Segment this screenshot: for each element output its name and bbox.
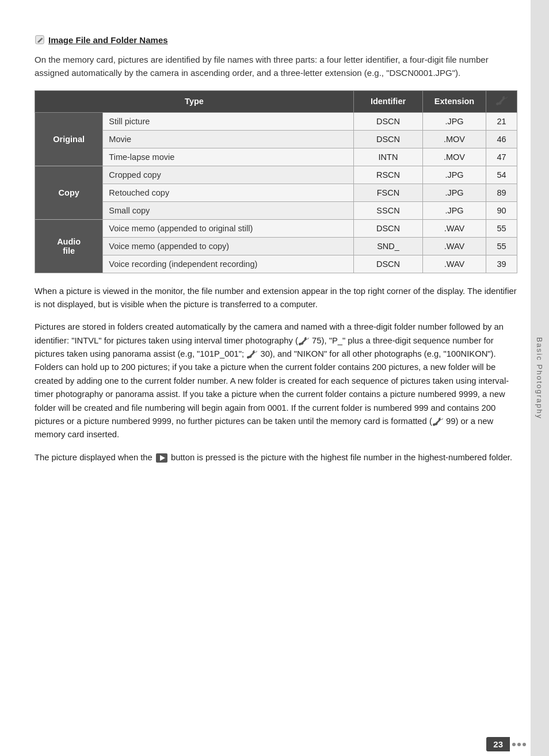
section-title: Image File and Folder Names <box>48 35 168 45</box>
identifier-cell: SND_ <box>354 237 423 255</box>
wrench-icon <box>496 95 508 106</box>
table-row: Voice memo (appended to copy)SND_.WAV55 <box>35 237 517 255</box>
body-paragraph-1: When a picture is viewed in the monitor,… <box>35 285 517 312</box>
type-cell: Voice memo (appended to copy) <box>103 237 354 255</box>
dot-3 <box>523 743 526 746</box>
identifier-cell: INTN <box>354 148 423 166</box>
play-icon-inline <box>156 453 167 463</box>
wrench-icon-inline <box>247 349 257 360</box>
group-label: Original <box>35 112 103 166</box>
section-heading: Image File and Folder Names <box>35 35 517 45</box>
dot-1 <box>512 743 516 746</box>
identifier-cell: DSCN <box>354 219 423 237</box>
th-type: Type <box>35 90 354 112</box>
page-dots <box>512 743 526 746</box>
th-wrench <box>486 90 517 112</box>
number-cell: 90 <box>486 201 517 219</box>
number-cell: 55 <box>486 237 517 255</box>
body-paragraph-3: The picture displayed when the button is… <box>35 451 517 464</box>
th-identifier: Identifier <box>354 90 423 112</box>
intro-paragraph: On the memory card, pictures are identif… <box>35 53 517 80</box>
identifier-cell: FSCN <box>354 184 423 201</box>
type-cell: Voice recording (independent recording) <box>103 255 354 273</box>
type-cell: Movie <box>103 130 354 148</box>
extension-cell: .WAV <box>423 255 486 273</box>
table-row: Time-lapse movieINTN.MOV47 <box>35 148 517 166</box>
number-cell: 54 <box>486 166 517 184</box>
type-cell: Retouched copy <box>103 184 354 201</box>
group-label: Audiofile <box>35 219 103 273</box>
th-extension: Extension <box>423 90 486 112</box>
extension-cell: .WAV <box>423 219 486 237</box>
type-cell: Small copy <box>103 201 354 219</box>
file-table: Type Identifier Extension OriginalStill … <box>35 90 517 273</box>
type-cell: Cropped copy <box>103 166 354 184</box>
identifier-cell: DSCN <box>354 112 423 130</box>
wrench-icon-inline <box>433 417 443 427</box>
identifier-cell: DSCN <box>354 130 423 148</box>
extension-cell: .JPG <box>423 166 486 184</box>
page-number-bar: 23 <box>0 732 549 756</box>
extension-cell: .JPG <box>423 112 486 130</box>
pencil-icon <box>35 35 45 45</box>
identifier-cell: DSCN <box>354 255 423 273</box>
extension-cell: .JPG <box>423 184 486 201</box>
number-cell: 55 <box>486 219 517 237</box>
body-paragraph-2: Pictures are stored in folders created a… <box>35 320 517 441</box>
extension-cell: .JPG <box>423 201 486 219</box>
table-row: CopyCropped copyRSCN.JPG54 <box>35 166 517 184</box>
number-cell: 39 <box>486 255 517 273</box>
identifier-cell: SSCN <box>354 201 423 219</box>
type-cell: Still picture <box>103 112 354 130</box>
table-row: AudiofileVoice memo (appended to origina… <box>35 219 517 237</box>
body-paragraphs: When a picture is viewed in the monitor,… <box>35 285 517 465</box>
extension-cell: .WAV <box>423 237 486 255</box>
extension-cell: .MOV <box>423 148 486 166</box>
number-cell: 46 <box>486 130 517 148</box>
number-cell: 89 <box>486 184 517 201</box>
table-row: Small copySSCN.JPG90 <box>35 201 517 219</box>
table-row: OriginalStill pictureDSCN.JPG21 <box>35 112 517 130</box>
table-row: Voice recording (independent recording)D… <box>35 255 517 273</box>
dot-2 <box>517 743 521 746</box>
extension-cell: .MOV <box>423 130 486 148</box>
number-cell: 47 <box>486 148 517 166</box>
type-cell: Voice memo (appended to original still) <box>103 219 354 237</box>
identifier-cell: RSCN <box>354 166 423 184</box>
table-row: Retouched copyFSCN.JPG89 <box>35 184 517 201</box>
page-number: 23 <box>486 737 510 751</box>
table-row: MovieDSCN.MOV46 <box>35 130 517 148</box>
type-cell: Time-lapse movie <box>103 148 354 166</box>
number-cell: 21 <box>486 112 517 130</box>
group-label: Copy <box>35 166 103 219</box>
wrench-icon-inline <box>299 336 309 346</box>
